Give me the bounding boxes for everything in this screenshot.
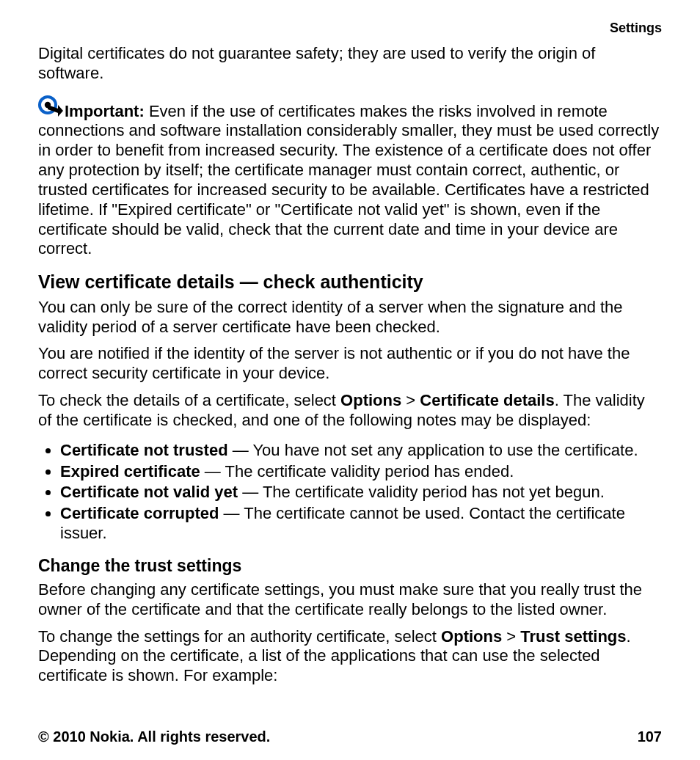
section2-p2: To change the settings for an authority … [38,627,662,686]
important-paragraph: Important: Even if the use of certificat… [38,95,662,260]
section2-heading: Change the trust settings [38,555,662,576]
path-separator: > [401,391,420,409]
section1-p2: You are notified if the identity of the … [38,344,662,384]
certificate-details-label: Certificate details [420,391,554,409]
page-number: 107 [638,728,662,745]
section1-heading: View certificate details — check authent… [38,271,662,293]
note-text: — The certificate validity period has no… [238,483,605,501]
trust-settings-label: Trust settings [520,627,626,646]
note-text: — You have not set any application to us… [228,441,638,459]
note-title: Certificate not trusted [60,441,228,459]
options-label: Options [441,627,502,646]
section1-p3-pre: To check the details of a certificate, s… [38,391,340,409]
list-item: Certificate not valid yet — The certific… [60,483,662,503]
section1-p1: You can only be sure of the correct iden… [38,298,662,337]
list-item: Certificate not trusted — You have not s… [60,441,662,461]
section1-p3: To check the details of a certificate, s… [38,391,662,431]
notes-list: Certificate not trusted — You have not s… [38,441,662,545]
section2-p1: Before changing any certificate settings… [38,580,662,620]
note-title: Certificate not valid yet [60,483,238,501]
intro-paragraph: Digital certificates do not guarantee sa… [38,44,662,84]
note-text: — The certificate validity period has en… [200,462,514,481]
important-label: Important: [65,102,145,120]
section-header: Settings [38,21,662,37]
important-text: Even if the use of certificates makes th… [38,102,659,258]
footer: © 2010 Nokia. All rights reserved. 107 [38,713,662,745]
list-item: Certificate corrupted — The certificate … [60,504,662,544]
page: Settings Digital certificates do not gua… [0,0,700,760]
options-label: Options [340,391,401,409]
note-title: Certificate corrupted [60,504,219,522]
important-icon [38,95,63,120]
path-separator: > [502,627,520,646]
copyright-text: © 2010 Nokia. All rights reserved. [38,728,270,745]
section2-p2-pre: To change the settings for an authority … [38,627,441,646]
list-item: Expired certificate — The certificate va… [60,462,662,482]
note-title: Expired certificate [60,462,200,481]
